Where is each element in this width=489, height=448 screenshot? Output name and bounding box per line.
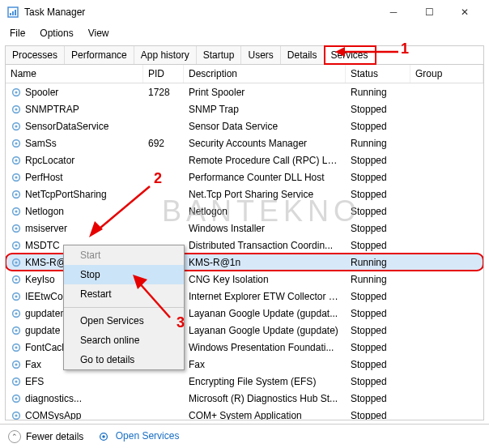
- cell-status: Stopped: [346, 153, 410, 168]
- ctx-start[interactable]: Start: [64, 245, 184, 265]
- svg-point-43: [15, 414, 17, 416]
- minimize-button[interactable]: ─: [376, 0, 411, 24]
- cell-description: Layanan Google Update (gupdate): [184, 323, 346, 338]
- cell-status: Running: [346, 255, 410, 270]
- svg-rect-3: [15, 10, 16, 15]
- gear-icon: [98, 431, 109, 442]
- cell-pid: 692: [143, 136, 184, 151]
- svg-point-19: [15, 210, 17, 212]
- fewer-details-link[interactable]: Fewer details: [26, 431, 83, 442]
- tab-services[interactable]: Services: [325, 46, 376, 64]
- menu-file[interactable]: File: [3, 26, 32, 41]
- svg-point-17: [15, 193, 17, 195]
- cell-group: [410, 380, 483, 383]
- cell-group: [410, 142, 483, 145]
- table-row[interactable]: SensorDataServiceSensor Data ServiceStop…: [6, 117, 483, 134]
- titlebar: Task Manager ─ ☐ ✕: [0, 0, 489, 24]
- cell-status: Stopped: [346, 323, 410, 338]
- cell-group: [410, 244, 483, 247]
- tab-details[interactable]: Details: [281, 46, 325, 64]
- ctx-open-services[interactable]: Open Services: [64, 311, 184, 331]
- cell-status: Stopped: [346, 238, 410, 253]
- table-row[interactable]: diagnostics...Microsoft (R) Diagnostics …: [6, 390, 483, 407]
- ctx-search-online[interactable]: Search online: [64, 331, 184, 350]
- open-services-link[interactable]: Open Services: [116, 430, 180, 442]
- tab-processes[interactable]: Processes: [6, 46, 65, 64]
- cell-name: SNMPTRAP: [6, 102, 143, 117]
- svg-point-13: [15, 159, 17, 161]
- svg-point-21: [15, 227, 17, 229]
- svg-point-23: [15, 244, 17, 246]
- tab-startup[interactable]: Startup: [197, 46, 242, 64]
- cell-group: [410, 176, 483, 179]
- cell-description: Layanan Google Update (gupdat...: [184, 306, 346, 321]
- table-row[interactable]: SNMPTRAPSNMP TrapStopped: [6, 100, 483, 117]
- cell-group: [410, 295, 483, 298]
- cell-description: Internet Explorer ETW Collector S...: [184, 289, 346, 304]
- ctx-restart[interactable]: Restart: [64, 284, 184, 304]
- svg-point-27: [15, 278, 17, 280]
- ctx-go-to-details[interactable]: Go to details: [64, 350, 184, 369]
- cell-name: SamSs: [6, 136, 143, 151]
- cell-name: SensorDataService: [6, 119, 143, 134]
- table-row[interactable]: EFSEncrypting File System (EFS)Stopped: [6, 373, 483, 390]
- cell-group: [410, 312, 483, 315]
- svg-point-25: [15, 261, 17, 263]
- menu-view[interactable]: View: [82, 26, 116, 41]
- col-pid[interactable]: PID: [143, 65, 184, 83]
- svg-point-9: [15, 125, 17, 127]
- tab-app-history[interactable]: App history: [134, 46, 197, 64]
- cell-status: Stopped: [346, 289, 410, 304]
- cell-name: COMSysApp: [6, 408, 143, 421]
- cell-status: Stopped: [346, 306, 410, 321]
- cell-pid: [143, 108, 184, 111]
- cell-status: Stopped: [346, 408, 410, 421]
- svg-point-41: [15, 397, 17, 399]
- col-group[interactable]: Group: [410, 65, 483, 83]
- cell-description: Sensor Data Service: [184, 119, 346, 134]
- footer: ⌃ Fewer details Open Services: [0, 424, 489, 448]
- table-row[interactable]: RpcLocatorRemote Procedure Call (RPC) Lo…: [6, 151, 483, 169]
- svg-point-29: [15, 295, 17, 297]
- col-description[interactable]: Description: [184, 65, 346, 83]
- cell-status: Stopped: [346, 102, 410, 117]
- tab-performance[interactable]: Performance: [65, 46, 134, 64]
- table-row[interactable]: SamSs692Security Accounts ManagerRunning: [6, 134, 483, 151]
- cell-pid: [143, 159, 184, 162]
- col-status[interactable]: Status: [346, 65, 410, 83]
- table-row[interactable]: Spooler1728Print SpoolerRunning: [6, 83, 483, 100]
- menubar: File Options View: [0, 24, 489, 45]
- close-button[interactable]: ✕: [447, 0, 483, 24]
- cell-name: RpcLocator: [6, 153, 143, 168]
- cell-group: [410, 261, 483, 264]
- table-row[interactable]: COMSysAppCOM+ System ApplicationStopped: [6, 407, 483, 420]
- cell-group: [410, 397, 483, 400]
- cell-pid: [143, 414, 184, 417]
- svg-point-33: [15, 329, 17, 331]
- col-name[interactable]: Name: [6, 65, 143, 83]
- cell-name: PerfHost: [6, 170, 143, 185]
- chevron-up-icon[interactable]: ⌃: [8, 430, 21, 443]
- svg-point-51: [103, 435, 106, 438]
- cell-group: [410, 346, 483, 349]
- cell-group: [410, 159, 483, 162]
- cell-description: CNG Key Isolation: [184, 272, 346, 287]
- cell-name: diagnostics...: [6, 391, 143, 406]
- table-row[interactable]: PerfHostPerformance Counter DLL HostStop…: [6, 169, 483, 186]
- tabs: Processes Performance App history Startu…: [5, 45, 484, 64]
- ctx-separator: [64, 307, 184, 308]
- cell-description: Encrypting File System (EFS): [184, 374, 346, 389]
- svg-point-31: [15, 312, 17, 314]
- ctx-stop[interactable]: Stop: [64, 265, 184, 284]
- menu-options[interactable]: Options: [33, 26, 79, 41]
- maximize-button[interactable]: ☐: [411, 0, 447, 24]
- cell-group: [410, 210, 483, 213]
- cell-group: [410, 125, 483, 128]
- cell-description: SNMP Trap: [184, 102, 346, 117]
- window-title: Task Manager: [24, 6, 376, 18]
- cell-name: Spooler: [6, 85, 143, 100]
- svg-rect-1: [10, 13, 11, 15]
- cell-description: KMS-R@1n: [184, 255, 346, 270]
- svg-rect-2: [12, 11, 14, 15]
- tab-users[interactable]: Users: [241, 46, 280, 64]
